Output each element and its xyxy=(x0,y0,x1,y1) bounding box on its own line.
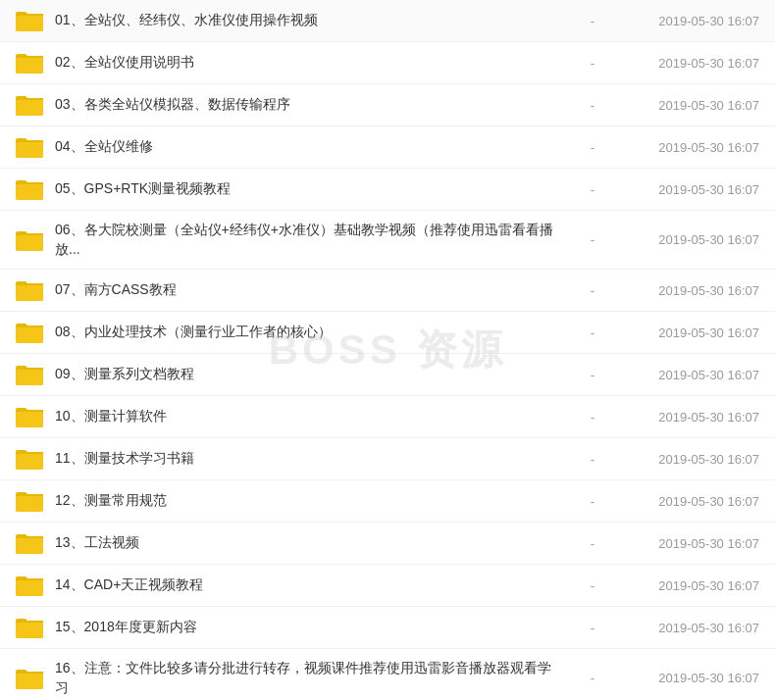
file-size: - xyxy=(563,671,622,685)
svg-rect-1 xyxy=(16,16,43,31)
file-size: - xyxy=(563,232,622,247)
file-name[interactable]: 06、各大院校测量（全站仪+经纬仪+水准仪）基础教学视频（推荐使用迅雷看看播放.… xyxy=(55,221,563,259)
file-size: - xyxy=(563,98,622,113)
file-name[interactable]: 16、注意：文件比较多请分批进行转存，视频课件推荐使用迅雷影音播放器观看学习 xyxy=(55,659,563,697)
folder-icon xyxy=(16,668,43,689)
file-size: - xyxy=(563,283,622,298)
folder-icon xyxy=(16,10,43,31)
file-size: - xyxy=(563,325,622,340)
table-row[interactable]: 13、工法视频-2019-05-30 16:07 xyxy=(0,523,775,565)
file-name[interactable]: 04、全站仪维修 xyxy=(55,137,563,157)
file-date: 2019-05-30 16:07 xyxy=(622,410,759,425)
file-date: 2019-05-30 16:07 xyxy=(622,14,759,28)
file-date: 2019-05-30 16:07 xyxy=(622,494,759,509)
folder-icon xyxy=(16,178,43,200)
table-row[interactable]: 04、全站仪维修-2019-05-30 16:07 xyxy=(0,126,775,169)
file-date: 2019-05-30 16:07 xyxy=(622,536,759,551)
file-size: - xyxy=(563,536,622,551)
file-date: 2019-05-30 16:07 xyxy=(622,452,759,467)
file-name[interactable]: 15、2018年度更新内容 xyxy=(55,618,563,637)
file-name[interactable]: 05、GPS+RTK测量视频教程 xyxy=(55,179,563,199)
file-name[interactable]: 01、全站仪、经纬仪、水准仪使用操作视频 xyxy=(55,11,563,30)
folder-icon xyxy=(16,575,43,596)
folder-icon xyxy=(16,490,43,512)
file-date: 2019-05-30 16:07 xyxy=(622,671,759,685)
folder-icon xyxy=(16,94,43,116)
table-row[interactable]: 11、测量技术学习书籍-2019-05-30 16:07 xyxy=(0,438,775,480)
folder-icon xyxy=(16,617,43,638)
file-size: - xyxy=(563,410,622,425)
file-name[interactable]: 10、测量计算软件 xyxy=(55,407,563,426)
file-size: - xyxy=(563,578,622,593)
table-row[interactable]: 01、全站仪、经纬仪、水准仪使用操作视频-2019-05-30 16:07 xyxy=(0,0,775,42)
folder-icon xyxy=(16,364,43,385)
file-size: - xyxy=(563,140,622,155)
file-name[interactable]: 12、测量常用规范 xyxy=(55,491,563,511)
file-name[interactable]: 13、工法视频 xyxy=(55,533,563,553)
svg-rect-15 xyxy=(16,327,43,343)
file-date: 2019-05-30 16:07 xyxy=(622,621,759,635)
table-row[interactable]: 08、内业处理技术（测量行业工作者的核心）-2019-05-30 16:07 xyxy=(0,312,775,354)
svg-rect-19 xyxy=(16,412,43,427)
file-date: 2019-05-30 16:07 xyxy=(622,140,759,155)
svg-rect-17 xyxy=(16,370,43,385)
file-date: 2019-05-30 16:07 xyxy=(622,325,759,340)
folder-icon xyxy=(16,448,43,470)
folder-icon xyxy=(16,279,43,301)
file-name[interactable]: 08、内业处理技术（测量行业工作者的核心） xyxy=(55,323,563,342)
file-name[interactable]: 14、CAD+天正视频教程 xyxy=(55,575,563,595)
file-size: - xyxy=(563,368,622,382)
table-row[interactable]: 14、CAD+天正视频教程-2019-05-30 16:07 xyxy=(0,565,775,607)
file-date: 2019-05-30 16:07 xyxy=(622,98,759,113)
svg-rect-13 xyxy=(16,285,43,301)
file-name[interactable]: 11、测量技术学习书籍 xyxy=(55,449,563,469)
svg-rect-7 xyxy=(16,142,43,158)
file-size: - xyxy=(563,182,622,197)
svg-rect-27 xyxy=(16,580,43,596)
file-date: 2019-05-30 16:07 xyxy=(622,283,759,298)
table-row[interactable]: 05、GPS+RTK测量视频教程-2019-05-30 16:07 xyxy=(0,169,775,211)
table-row[interactable]: 15、2018年度更新内容-2019-05-30 16:07 xyxy=(0,607,775,649)
folder-icon xyxy=(16,532,43,554)
svg-rect-25 xyxy=(16,538,43,554)
table-row[interactable]: 07、南方CASS教程-2019-05-30 16:07 xyxy=(0,270,775,312)
table-row[interactable]: 16、注意：文件比较多请分批进行转存，视频课件推荐使用迅雷影音播放器观看学习-2… xyxy=(0,649,775,700)
folder-icon xyxy=(16,322,43,343)
file-name[interactable]: 07、南方CASS教程 xyxy=(55,280,563,300)
svg-rect-11 xyxy=(16,235,43,251)
file-size: - xyxy=(563,621,622,635)
file-size: - xyxy=(563,494,622,509)
file-date: 2019-05-30 16:07 xyxy=(622,232,759,247)
file-list: 01、全站仪、经纬仪、水准仪使用操作视频-2019-05-30 16:07 02… xyxy=(0,0,775,700)
svg-rect-31 xyxy=(16,674,43,689)
file-date: 2019-05-30 16:07 xyxy=(622,578,759,593)
svg-rect-29 xyxy=(16,623,43,638)
folder-icon xyxy=(16,136,43,158)
file-date: 2019-05-30 16:07 xyxy=(622,368,759,382)
folder-icon xyxy=(16,406,43,427)
table-row[interactable]: 06、各大院校测量（全站仪+经纬仪+水准仪）基础教学视频（推荐使用迅雷看看播放.… xyxy=(0,211,775,270)
svg-rect-9 xyxy=(16,184,43,200)
svg-rect-23 xyxy=(16,496,43,512)
table-row[interactable]: 03、各类全站仪模拟器、数据传输程序-2019-05-30 16:07 xyxy=(0,84,775,126)
file-name[interactable]: 09、测量系列文档教程 xyxy=(55,365,563,384)
svg-rect-5 xyxy=(16,100,43,116)
table-row[interactable]: 12、测量常用规范-2019-05-30 16:07 xyxy=(0,480,775,523)
file-date: 2019-05-30 16:07 xyxy=(622,182,759,197)
file-size: - xyxy=(563,14,622,28)
file-size: - xyxy=(563,56,622,71)
file-size: - xyxy=(563,452,622,467)
folder-icon xyxy=(16,229,43,251)
folder-icon xyxy=(16,52,43,74)
table-row[interactable]: 10、测量计算软件-2019-05-30 16:07 xyxy=(0,396,775,438)
file-name[interactable]: 03、各类全站仪模拟器、数据传输程序 xyxy=(55,95,563,115)
file-date: 2019-05-30 16:07 xyxy=(622,56,759,71)
file-name[interactable]: 02、全站仪使用说明书 xyxy=(55,53,563,73)
svg-rect-3 xyxy=(16,58,43,74)
table-row[interactable]: 02、全站仪使用说明书-2019-05-30 16:07 xyxy=(0,42,775,84)
table-row[interactable]: 09、测量系列文档教程-2019-05-30 16:07 xyxy=(0,354,775,396)
svg-rect-21 xyxy=(16,454,43,470)
